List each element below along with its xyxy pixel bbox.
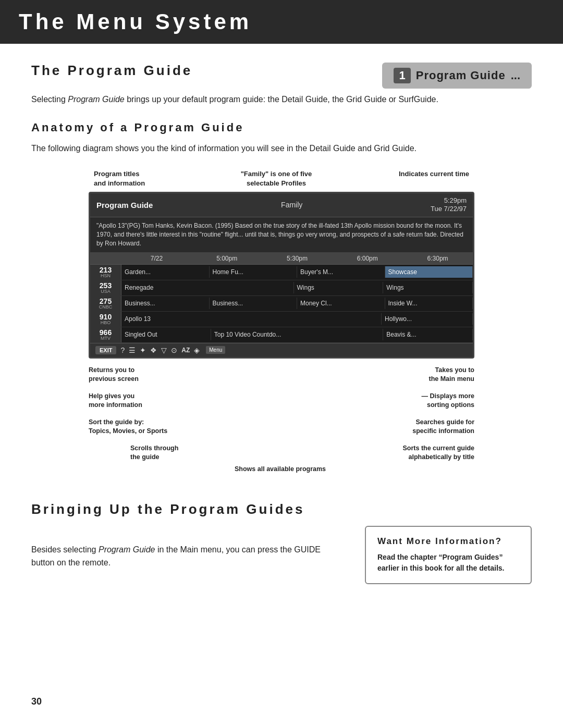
prog-1-2: Wings bbox=[294, 282, 384, 293]
programs-row-4: Singled Out Top 10 Video Countdo... Beav… bbox=[121, 329, 473, 340]
bringing-title: Bringing Up the Program Guides bbox=[31, 501, 532, 517]
want-more-box: Want More Information? Read the chapter … bbox=[365, 526, 532, 584]
prog-0-3: Showcase bbox=[385, 266, 473, 278]
programs-row-1: Renegade Wings Wings bbox=[121, 282, 473, 293]
table-row: 910 HBO Apollo 13 Hollywo... bbox=[90, 312, 473, 327]
ann-top-middle: "Family" is one of five selectable Profi… bbox=[241, 169, 312, 188]
programs-row-3: Apollo 13 Hollywo... bbox=[121, 313, 473, 325]
az-icon: AZ bbox=[181, 347, 190, 354]
prog-1-0: Renegade bbox=[121, 282, 294, 293]
list-icon: ☰ bbox=[129, 346, 136, 354]
page-header: The Menu System bbox=[0, 0, 563, 44]
bringing-body: Besides selecting Program Guide in the M… bbox=[31, 543, 344, 570]
prog-4-3: Beavis &... bbox=[383, 329, 473, 340]
ann-bottom-center: Shows all available programs bbox=[235, 465, 326, 474]
guide-description: "Apollo 13"(PG) Tom Hanks, Kevin Bacon. … bbox=[90, 217, 473, 252]
channel-213: 213 HSN bbox=[90, 265, 121, 280]
bringing-section: Bringing Up the Program Guides Besides s… bbox=[31, 501, 532, 584]
prog-4-0: Singled Out bbox=[121, 329, 211, 340]
guide-time: 5:29pm Tue 7/22/97 bbox=[431, 196, 467, 214]
channel-275: 275 CNBC bbox=[90, 296, 121, 311]
anatomy-title: Anatomy of a Program Guide bbox=[31, 121, 532, 134]
badge-number: 1 bbox=[394, 68, 410, 83]
question-icon: ? bbox=[120, 346, 125, 354]
sort-icon: ◈ bbox=[194, 346, 200, 354]
ann-top-left: Program titles and information bbox=[94, 169, 177, 188]
prog-0-1: Home Fu... bbox=[210, 266, 298, 278]
time-slot-0: 7/22 bbox=[121, 255, 192, 262]
ann-bottom-right2: — Displays moresorting options bbox=[422, 392, 474, 410]
programs-row-2: Business... Business... Money Cl... Insi… bbox=[121, 298, 473, 309]
want-more-title: Want More Information? bbox=[377, 536, 519, 547]
prog-1-3: Wings bbox=[383, 282, 473, 293]
time-slot-2: 5:30pm bbox=[262, 255, 333, 262]
page-number: 30 bbox=[31, 696, 42, 707]
ann-bottom-right3: Searches guide forspecific information bbox=[412, 418, 474, 436]
bottom-annotations: Returns you toprevious screen Help gives… bbox=[89, 366, 474, 480]
table-row: 213 HSN Garden... Home Fu... Buyer's M..… bbox=[90, 265, 473, 280]
want-more-body: Read the chapter “Program Guides” earlie… bbox=[377, 552, 519, 574]
menu-button[interactable]: Menu bbox=[206, 346, 225, 354]
prog-0-2: Buyer's M... bbox=[297, 266, 385, 278]
ann-bottom-left4: Scrolls throughthe guide bbox=[130, 444, 178, 462]
ann-bottom-right4: Sorts the current guidealphabetically by… bbox=[402, 444, 474, 462]
prog-3-3: Hollywo... bbox=[382, 313, 473, 325]
search-icon: ⊙ bbox=[171, 346, 177, 354]
anatomy-body: The following diagram shows you the kind… bbox=[31, 142, 532, 155]
time-slot-3: 6:00pm bbox=[332, 255, 402, 262]
guide-profile: Family bbox=[281, 201, 302, 209]
movies-icon: ❖ bbox=[150, 346, 157, 354]
prog-2-1: Business... bbox=[210, 298, 298, 309]
guide-channel-rows: 213 HSN Garden... Home Fu... Buyer's M..… bbox=[90, 265, 473, 343]
time-slot-4: 6:30pm bbox=[402, 255, 473, 262]
badge-dots: ... bbox=[511, 69, 520, 82]
exit-button[interactable]: EXIT bbox=[95, 346, 116, 354]
program-guide-title: The Program Guide bbox=[31, 63, 192, 79]
guide-bottom-bar: EXIT ? ☰ ✦ ❖ ▽ ⊙ AZ ◈ Menu bbox=[90, 343, 473, 357]
channel-253: 253 USA bbox=[90, 280, 121, 295]
ann-bottom-right1: Takes you tothe Main menu bbox=[429, 366, 474, 384]
channel-966: 966 MTV bbox=[90, 327, 121, 342]
page-title: The Menu System bbox=[19, 9, 544, 34]
guide-time-row: 7/22 5:00pm 5:30pm 6:00pm 6:30pm bbox=[90, 253, 473, 265]
topics-icon: ✦ bbox=[140, 346, 146, 354]
guide-screen: Program Guide Family 5:29pm Tue 7/22/97 … bbox=[89, 192, 474, 359]
program-guide-badge: 1 Program Guide ... bbox=[382, 63, 532, 89]
ann-bottom-left2: Help gives youmore information bbox=[89, 392, 142, 410]
prog-0-0: Garden... bbox=[121, 266, 210, 278]
prog-2-0: Business... bbox=[121, 298, 210, 309]
down-icon: ▽ bbox=[161, 346, 167, 354]
prog-2-2: Money Cl... bbox=[297, 298, 385, 309]
channel-910: 910 HBO bbox=[90, 312, 121, 327]
ann-bottom-left1: Returns you toprevious screen bbox=[89, 366, 139, 384]
guide-top-bar: Program Guide Family 5:29pm Tue 7/22/97 bbox=[90, 193, 473, 218]
guide-diagram: Program titles and information "Family" … bbox=[89, 169, 474, 480]
program-guide-body: Selecting Program Guide brings up your d… bbox=[31, 93, 532, 106]
programs-row-0: Garden... Home Fu... Buyer's M... Showca… bbox=[121, 266, 473, 278]
ann-top-right: Indicates current time bbox=[375, 169, 469, 188]
guide-title: Program Guide bbox=[96, 201, 153, 209]
table-row: 253 USA Renegade Wings Wings bbox=[90, 280, 473, 296]
table-row: 966 MTV Singled Out Top 10 Video Countdo… bbox=[90, 327, 473, 343]
table-row: 275 CNBC Business... Business... Money C… bbox=[90, 296, 473, 312]
prog-3-0: Apollo 13 bbox=[121, 313, 382, 325]
prog-2-3: Inside W... bbox=[385, 298, 473, 309]
ann-bottom-left3: Sort the guide by:Topics, Movies, or Spo… bbox=[89, 418, 167, 436]
badge-text: Program Guide bbox=[416, 69, 506, 82]
prog-4-1: Top 10 Video Countdo... bbox=[211, 329, 384, 340]
time-slot-1: 5:00pm bbox=[192, 255, 262, 262]
